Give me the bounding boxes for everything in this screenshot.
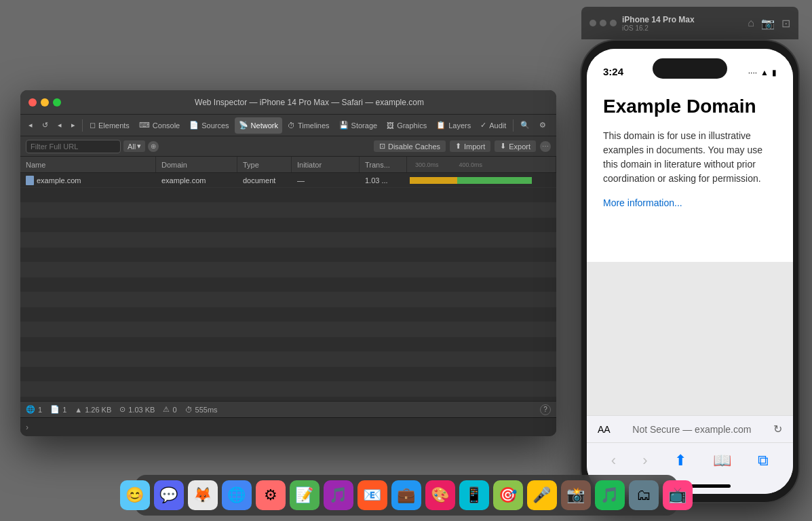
- col-header-domain[interactable]: Domain: [156, 157, 237, 172]
- dock-icon-app9[interactable]: 🎨: [425, 480, 455, 510]
- console-expand-button[interactable]: ›: [26, 423, 28, 432]
- empty-row: [20, 218, 556, 233]
- empty-row: [20, 248, 556, 263]
- dock-icon-app11[interactable]: 🎯: [493, 480, 523, 510]
- table-row[interactable]: example.com example.com document — 1.03 …: [20, 173, 556, 188]
- tab-storage[interactable]: 💾 Storage: [335, 117, 382, 134]
- col-header-name[interactable]: Name: [20, 157, 156, 172]
- web-inspector-window: Web Inspector — iPhone 14 Pro Max — Safa…: [20, 90, 556, 436]
- dock-icon-spotify[interactable]: 🎵: [595, 480, 625, 510]
- expand-icon[interactable]: ⊡: [781, 17, 790, 30]
- status-time: 3:24: [603, 66, 623, 77]
- dock-icon-chrome[interactable]: 🌐: [222, 480, 252, 510]
- empty-row: [20, 352, 556, 367]
- layers-icon: 📋: [436, 121, 446, 130]
- dock-icon-app10[interactable]: 📱: [459, 480, 489, 510]
- tab-layers[interactable]: 📋 Layers: [432, 117, 475, 134]
- signal-icon: ····: [748, 68, 757, 77]
- maximize-button[interactable]: [53, 98, 61, 107]
- empty-row: [20, 277, 556, 292]
- inspector-toolbar: ◂ ↺ ◂ ▸ ◻ Elements ⌨ Console 📄 Sourc: [20, 115, 556, 136]
- dock-icon-app5[interactable]: 📝: [290, 480, 320, 510]
- url-display[interactable]: Not Secure — example.com: [616, 424, 768, 435]
- dock-icon-finder[interactable]: 😊: [120, 480, 150, 510]
- cache-icon: ⊡: [379, 142, 385, 151]
- dock-icon-app15[interactable]: 🗂: [629, 480, 659, 510]
- graphics-icon: 🖼: [387, 121, 394, 130]
- dock-icon-app16[interactable]: 📺: [663, 480, 693, 510]
- iphone-device-info: iPhone 14 Pro Max iOS 16.2: [622, 15, 742, 32]
- col-header-transfer[interactable]: Trans...: [360, 157, 407, 172]
- bookmarks-button[interactable]: 📖: [713, 452, 731, 469]
- search-button[interactable]: 🔍: [516, 117, 534, 134]
- screenshot-icon[interactable]: 📷: [761, 17, 775, 30]
- inspector-back-button[interactable]: ◂: [54, 117, 66, 134]
- share-button[interactable]: ⬆: [674, 452, 687, 469]
- nav-back-button[interactable]: ◂: [24, 117, 37, 134]
- clock-icon: ⏱: [185, 406, 193, 414]
- filter-url-input[interactable]: [26, 140, 121, 153]
- cell-transfer: 1.03 ...: [360, 176, 407, 185]
- dot2: [600, 20, 606, 26]
- settings-button[interactable]: ⚙: [535, 117, 550, 134]
- cell-initiator: —: [292, 176, 360, 185]
- traffic-lights: [28, 98, 61, 107]
- tab-elements[interactable]: ◻ Elements: [85, 117, 134, 134]
- tab-timelines[interactable]: ⏱ Timelines: [284, 117, 334, 134]
- search-icon: 🔍: [520, 121, 530, 130]
- disable-caches-button[interactable]: ⊡ Disable Caches: [374, 140, 446, 152]
- filter-all-button[interactable]: All ▾: [123, 140, 145, 152]
- tab-network[interactable]: 📡 Network: [235, 117, 282, 134]
- tabs-button[interactable]: ⧉: [758, 452, 769, 469]
- globe-icon: 🌐: [26, 405, 35, 414]
- aa-button[interactable]: AA: [598, 424, 611, 435]
- empty-row: [20, 233, 556, 248]
- dock-icon-app4[interactable]: ⚙: [256, 480, 286, 510]
- reload-button[interactable]: ↻: [773, 423, 782, 436]
- col-header-type[interactable]: Type: [237, 157, 292, 172]
- iphone-tb-dots: [589, 20, 617, 26]
- help-button[interactable]: ?: [540, 404, 551, 415]
- iphone-address-bar: AA Not Secure — example.com ↻: [587, 415, 793, 442]
- status-requests: 🌐 1: [26, 405, 42, 414]
- close-button[interactable]: [28, 98, 37, 107]
- dock-icon-firefox[interactable]: 🦊: [188, 480, 218, 510]
- dock-icon-app7[interactable]: 📧: [357, 480, 387, 510]
- inspector-forward-button[interactable]: ▸: [67, 117, 79, 134]
- dynamic-island: [653, 58, 727, 79]
- col-header-initiator[interactable]: Initiator: [292, 157, 360, 172]
- dock-icon-discord[interactable]: 💬: [154, 480, 184, 510]
- tab-graphics[interactable]: 🖼 Graphics: [383, 117, 431, 134]
- web-inspector-titlebar: Web Inspector — iPhone 14 Pro Max — Safa…: [20, 90, 556, 115]
- dock-icon-app6[interactable]: 🎵: [324, 480, 353, 510]
- empty-rows: [20, 188, 556, 401]
- iphone-tb-actions: ⌂ 📷 ⊡: [748, 17, 790, 30]
- tab-audit[interactable]: ✓ Audit: [476, 117, 510, 134]
- import-button[interactable]: ⬆ Import: [450, 140, 490, 152]
- empty-row: [20, 263, 556, 277]
- tab-console[interactable]: ⌨ Console: [135, 117, 184, 134]
- iphone-frame: 3:24 ···· ▲ ▮ Example Domain This domain…: [581, 41, 798, 502]
- network-nav-bar: All ▾ ⊕ ⊡ Disable Caches ⬆ Import ⬇ Expo…: [20, 136, 556, 157]
- dock-icon-app13[interactable]: 📸: [561, 480, 591, 510]
- wifi-icon: ▲: [760, 68, 769, 77]
- home-icon[interactable]: ⌂: [748, 17, 754, 30]
- dock: 😊 💬 🦊 🌐 ⚙ 📝 🎵 📧 💼 🎨 📱 🎯 🎤 📸 🎵 🗂 📺: [135, 475, 678, 516]
- reload-page-button[interactable]: ↺: [38, 117, 52, 134]
- desktop: Web Inspector — iPhone 14 Pro Max — Safa…: [0, 0, 812, 521]
- more-info-link[interactable]: More information...: [603, 197, 682, 208]
- browser-back-button[interactable]: ‹: [611, 452, 616, 469]
- dock-icon-app12[interactable]: 🎤: [527, 480, 557, 510]
- dock-icon-app8[interactable]: 💼: [391, 480, 421, 510]
- browser-forward-button[interactable]: ›: [642, 452, 647, 469]
- file-icon: [26, 176, 34, 185]
- export-button[interactable]: ⬇ Export: [495, 140, 536, 152]
- storage-icon: 💾: [339, 121, 349, 130]
- status-help: ?: [540, 404, 551, 415]
- tab-sources[interactable]: 📄 Sources: [185, 117, 233, 134]
- nav-actions: ⊡ Disable Caches ⬆ Import ⬇ Export ⋯: [374, 140, 551, 152]
- minimize-button[interactable]: [41, 98, 49, 107]
- timelines-icon: ⏱: [288, 121, 295, 130]
- filter-options-button[interactable]: ⊕: [148, 141, 159, 152]
- more-options-button[interactable]: ⋯: [540, 141, 551, 152]
